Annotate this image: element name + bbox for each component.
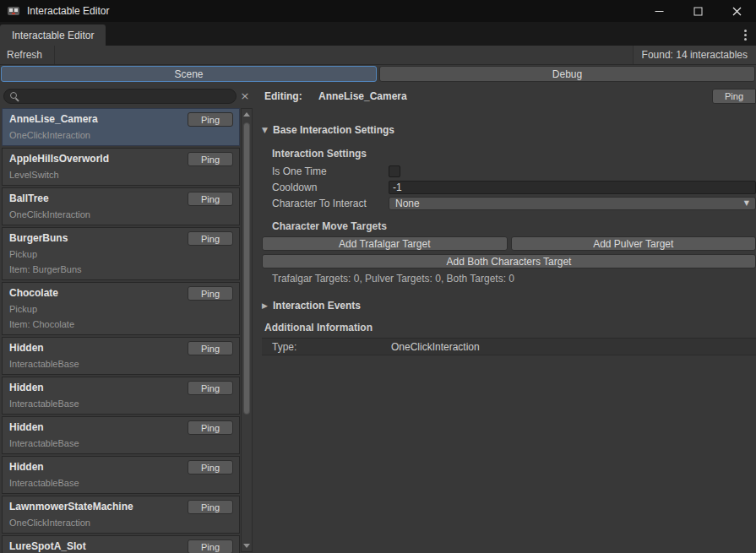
- ping-button[interactable]: Ping: [188, 286, 233, 301]
- found-count: Found: 14 interactables: [633, 46, 756, 64]
- list-item[interactable]: Hidden InteractableBase Ping: [2, 337, 240, 375]
- editor-tabstrip: Interactable Editor: [0, 22, 756, 46]
- item-subline: OneClickInteraction: [9, 517, 232, 529]
- item-sublines: OneClickInteraction: [9, 209, 232, 220]
- ping-button[interactable]: Ping: [188, 152, 233, 166]
- list-item[interactable]: Hidden InteractableBase Ping: [2, 377, 240, 415]
- list-item[interactable]: BurgerBuns PickupItem: BurgerBuns Ping: [2, 227, 240, 280]
- foldout-label: Base Interaction Settings: [273, 124, 394, 136]
- is-one-time-label: Is One Time: [272, 165, 389, 177]
- view-tabs: Scene Debug: [1, 66, 755, 82]
- item-subline: InteractableBase: [9, 358, 232, 370]
- ping-button[interactable]: Ping: [188, 112, 233, 127]
- foldout-base-interaction-settings[interactable]: ▼ Base Interaction Settings: [262, 124, 394, 136]
- item-sublines: OneClickInteraction: [9, 129, 232, 141]
- target-buttons-row: Add Trafalgar Target Add Pulver Target: [262, 236, 756, 251]
- is-one-time-checkbox[interactable]: [389, 165, 400, 177]
- chevron-down-icon: ▼: [744, 199, 749, 207]
- foldout-open-icon: ▼: [262, 126, 273, 134]
- item-sublines: LevelSwitch: [9, 169, 232, 181]
- add-both-characters-target-button[interactable]: Add Both Characters Target: [262, 254, 756, 268]
- type-label: Type:: [272, 341, 391, 353]
- item-sublines: PickupItem: Chocolate: [9, 303, 232, 330]
- list-item[interactable]: Hidden InteractableBase Ping: [2, 416, 240, 454]
- cooldown-input[interactable]: [389, 181, 756, 194]
- ping-button[interactable]: Ping: [188, 500, 233, 514]
- interactable-list: AnneLise_Camera OneClickInteraction Ping…: [2, 108, 240, 553]
- list-item[interactable]: AppleHillsOverworld LevelSwitch Ping: [2, 148, 240, 186]
- item-sublines: PickupItem: BurgerBuns: [9, 248, 232, 275]
- inspector-panel: Editing: AnneLise_Camera Ping ▼ Base Int…: [253, 82, 756, 553]
- search-input[interactable]: [24, 90, 230, 102]
- item-subline: InteractableBase: [9, 437, 232, 449]
- search-icon: [10, 92, 19, 101]
- list-item[interactable]: LawnmowerStateMachine OneClickInteractio…: [2, 496, 240, 534]
- inspector-ping-button[interactable]: Ping: [712, 89, 756, 104]
- scrollbar[interactable]: [241, 108, 253, 552]
- is-one-time-row: Is One Time: [272, 164, 756, 178]
- item-subline: InteractableBase: [9, 398, 232, 409]
- list-item[interactable]: Hidden InteractableBase Ping: [2, 456, 240, 494]
- tab-interactable-editor[interactable]: Interactable Editor: [0, 24, 106, 46]
- refresh-button[interactable]: Refresh: [0, 46, 55, 64]
- add-trafalgar-target-button[interactable]: Add Trafalgar Target: [262, 236, 508, 251]
- targets-summary: Trafalgar Targets: 0, Pulver Targets: 0,…: [272, 273, 514, 285]
- item-subline: Pickup: [9, 303, 232, 315]
- ping-button[interactable]: Ping: [188, 341, 233, 355]
- list-item[interactable]: Chocolate PickupItem: Chocolate Ping: [2, 282, 240, 335]
- inspector-header: Editing: AnneLise_Camera Ping: [264, 90, 756, 107]
- cooldown-row: Cooldown: [272, 180, 756, 194]
- ping-button[interactable]: Ping: [188, 192, 233, 206]
- add-pulver-target-button[interactable]: Add Pulver Target: [511, 236, 756, 251]
- character-dropdown[interactable]: None ▼: [389, 197, 756, 210]
- character-to-interact-row: Character To Interact None ▼: [272, 196, 756, 210]
- minimize-icon[interactable]: [639, 0, 678, 22]
- ping-button[interactable]: Ping: [188, 539, 233, 553]
- item-subline: Item: BurgerBuns: [9, 263, 232, 275]
- list-item[interactable]: AnneLise_Camera OneClickInteraction Ping: [2, 108, 240, 146]
- toolbar: Refresh Found: 14 interactables: [0, 46, 756, 65]
- content: × AnneLise_Camera OneClickInteraction Pi…: [0, 82, 756, 553]
- scroll-down-icon[interactable]: [243, 544, 250, 548]
- character-to-interact-label: Character To Interact: [272, 198, 389, 209]
- item-subline: InteractableBase: [9, 477, 232, 489]
- list-item[interactable]: BallTree OneClickInteraction Ping: [2, 187, 240, 225]
- close-icon[interactable]: [717, 0, 756, 22]
- editing-value: AnneLise_Camera: [318, 90, 407, 102]
- interaction-settings-header: Interaction Settings: [272, 148, 367, 160]
- window-controls: [639, 0, 756, 22]
- maximize-icon[interactable]: [678, 0, 717, 22]
- item-sublines: InteractableBase: [9, 477, 232, 489]
- type-row: Type: OneClickInteraction: [262, 338, 756, 355]
- scroll-up-icon[interactable]: [243, 112, 250, 117]
- foldout-label: Interaction Events: [273, 300, 361, 312]
- list-item[interactable]: LureSpotA_Slot Ping: [2, 535, 240, 553]
- tab-debug[interactable]: Debug: [379, 66, 755, 82]
- search-box[interactable]: [3, 89, 237, 104]
- search-row: ×: [3, 89, 252, 104]
- item-subline: OneClickInteraction: [9, 129, 232, 141]
- item-sublines: InteractableBase: [9, 358, 232, 370]
- additional-information-header: Additional Information: [264, 322, 373, 333]
- character-move-targets-header: Character Move Targets: [272, 220, 387, 232]
- ping-button[interactable]: Ping: [188, 381, 233, 395]
- titlebar: Interactable Editor: [0, 0, 756, 22]
- foldout-interaction-events[interactable]: ▶ Interaction Events: [262, 300, 361, 312]
- clear-search-icon[interactable]: ×: [238, 89, 252, 102]
- ping-button[interactable]: Ping: [188, 420, 233, 435]
- item-sublines: InteractableBase: [9, 437, 232, 449]
- window-title: Interactable Editor: [27, 5, 109, 17]
- item-sublines: InteractableBase: [9, 398, 232, 409]
- kebab-menu-icon[interactable]: [739, 28, 751, 41]
- scene-list-panel: × AnneLise_Camera OneClickInteraction Pi…: [0, 82, 253, 553]
- scroll-thumb[interactable]: [243, 122, 250, 415]
- cooldown-label: Cooldown: [272, 182, 389, 193]
- tab-scene[interactable]: Scene: [1, 66, 377, 82]
- ping-button[interactable]: Ping: [188, 460, 233, 474]
- interactable-editor-window: Interactable Editor Interactable Editor …: [0, 0, 756, 553]
- item-subline: Item: Chocolate: [9, 318, 232, 330]
- item-subline: LevelSwitch: [9, 169, 232, 181]
- character-dropdown-value: None: [395, 198, 420, 209]
- ping-button[interactable]: Ping: [188, 231, 233, 246]
- item-subline: OneClickInteraction: [9, 209, 232, 220]
